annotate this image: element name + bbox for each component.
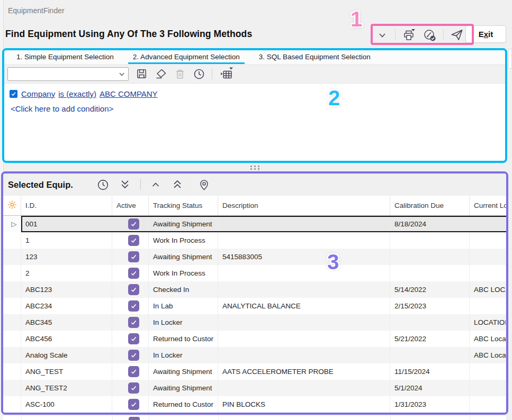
table-row[interactable]: 1Work In Process xyxy=(3,232,506,249)
column-header-active[interactable]: Active xyxy=(112,196,149,215)
cell-id[interactable]: 001 xyxy=(21,216,112,232)
cell-current-location[interactable] xyxy=(470,396,506,413)
send-icon[interactable] xyxy=(450,28,464,42)
saved-criteria-combobox[interactable] xyxy=(7,67,129,81)
cell-current-location[interactable]: LOCATION xyxy=(470,314,506,331)
column-header-calibration-due[interactable]: Calibration Due xyxy=(390,196,470,215)
cell-description[interactable] xyxy=(218,281,390,298)
eraser-icon[interactable] xyxy=(155,68,167,80)
cell-active[interactable] xyxy=(112,363,149,380)
row-selector-cell[interactable] xyxy=(3,396,21,413)
cell-description[interactable] xyxy=(218,347,390,363)
print-icon[interactable] xyxy=(402,28,416,42)
cell-calibration-due[interactable]: 5/14/2022 xyxy=(390,281,470,298)
cell-calibration-due[interactable]: 5/1/2024 xyxy=(390,380,470,396)
cell-active[interactable] xyxy=(112,281,149,298)
column-header-tracking-status[interactable]: Tracking Status xyxy=(149,196,218,215)
cell-description[interactable] xyxy=(218,331,390,347)
row-selector-cell[interactable] xyxy=(3,298,21,314)
table-row[interactable]: ANG_TESTAwaiting ShipmentAATS ACCELEROME… xyxy=(3,363,506,380)
active-checkbox[interactable] xyxy=(128,251,139,262)
table-row[interactable]: ▷001Awaiting Shipment8/18/2024 xyxy=(3,216,506,232)
active-checkbox[interactable] xyxy=(128,350,139,361)
active-checkbox[interactable] xyxy=(128,300,139,312)
cell-current-location[interactable] xyxy=(470,232,506,249)
cell-tracking-status[interactable]: In Locker xyxy=(149,347,218,363)
cell-current-location[interactable] xyxy=(470,380,506,396)
cell-current-location[interactable]: ABC Locati xyxy=(470,347,506,363)
cell-tracking-status[interactable]: Awaiting Shipment xyxy=(149,249,218,265)
column-header-description[interactable]: Description xyxy=(218,196,390,215)
table-row[interactable]: ASC-100Returned to CustorPIN BLOCKS1/31/… xyxy=(3,396,506,413)
tab-sql-based-equipment-selection[interactable]: 3. SQL Based Equipment Selection xyxy=(254,50,375,64)
cell-tracking-status[interactable]: Checked In xyxy=(149,281,218,298)
active-checkbox[interactable] xyxy=(128,218,139,230)
row-selector-cell[interactable] xyxy=(3,331,21,347)
cell-tracking-status[interactable]: Awaiting Shipment xyxy=(149,363,218,380)
cell-tracking-status[interactable]: Returned to Custor xyxy=(149,396,218,413)
cell-id[interactable]: ANG_TEST2 xyxy=(21,380,112,396)
active-checkbox[interactable] xyxy=(128,268,139,279)
table-row[interactable]: 123Awaiting Shipment5415883005 xyxy=(3,249,506,265)
cell-calibration-due[interactable] xyxy=(390,265,470,281)
cell-id[interactable]: 1 xyxy=(21,232,112,249)
cell-description[interactable]: PIN BLOCKS xyxy=(218,396,390,413)
active-checkbox[interactable] xyxy=(128,235,139,246)
cell-calibration-due[interactable] xyxy=(390,249,470,265)
active-checkbox[interactable] xyxy=(128,399,139,410)
cell-id[interactable]: ABC456 xyxy=(21,331,112,347)
cell-description[interactable]: ANALYTICAL BALANCE xyxy=(218,298,390,314)
cell-tracking-status[interactable]: Awaiting Shipment xyxy=(149,216,218,232)
cell-id[interactable]: ABC234 xyxy=(21,298,112,314)
cell-id[interactable]: ABC123 xyxy=(21,281,112,298)
active-checkbox[interactable] xyxy=(128,284,139,295)
cell-tracking-status[interactable]: In Lab xyxy=(149,298,218,314)
table-row[interactable]: Analog ScaleIn LockerABC Locati xyxy=(3,347,506,363)
history-clock-icon[interactable] xyxy=(193,68,205,80)
cell-calibration-due[interactable] xyxy=(390,232,470,249)
column-header-current-location[interactable]: Current Loc xyxy=(470,196,506,215)
condition-field-link[interactable]: Company xyxy=(21,89,55,98)
cell-description[interactable]: AATS ACCELEROMETER PROBE xyxy=(218,363,390,380)
cell-id[interactable]: 123 xyxy=(21,249,112,265)
cell-id[interactable]: ASC-100 xyxy=(21,396,112,413)
cell-description[interactable] xyxy=(218,232,390,249)
cell-description[interactable]: 5415883005 xyxy=(218,249,390,265)
cell-tracking-status[interactable]: Returned to Custor xyxy=(149,331,218,347)
chevron-down-icon[interactable] xyxy=(376,29,389,41)
cell-current-location[interactable] xyxy=(470,363,506,380)
active-checkbox[interactable] xyxy=(128,366,139,377)
row-selector-cell[interactable] xyxy=(3,314,21,331)
table-row[interactable]: ABC456Returned to Custor5/21/2022ABC Loc… xyxy=(3,331,506,347)
table-row[interactable]: ABC345In LockerLOCATION xyxy=(3,314,506,331)
cell-calibration-due[interactable]: 11/15/2024 xyxy=(390,363,470,380)
cell-active[interactable] xyxy=(112,347,149,363)
cell-id[interactable]: ANG_TEST xyxy=(21,363,112,380)
cell-active[interactable] xyxy=(112,232,149,249)
chevron-down-icon[interactable] xyxy=(118,70,126,80)
cell-current-location[interactable]: ABC Locati xyxy=(470,331,506,347)
active-checkbox[interactable] xyxy=(128,333,139,344)
cell-description[interactable] xyxy=(218,265,390,281)
panel-splitter[interactable] xyxy=(2,163,507,171)
table-row[interactable]: ABC123Checked In5/14/2022ABC LOCA xyxy=(3,281,506,298)
cell-active[interactable] xyxy=(112,249,149,265)
chevron-up-icon[interactable] xyxy=(149,178,162,191)
cell-active[interactable] xyxy=(112,265,149,281)
cell-id[interactable]: Analog Scale xyxy=(21,347,112,363)
row-selector-cell[interactable] xyxy=(3,347,21,363)
print-preview-check-icon[interactable] xyxy=(423,28,437,42)
cell-calibration-due[interactable]: 5/21/2022 xyxy=(390,331,470,347)
cell-id[interactable]: 2 xyxy=(21,265,112,281)
location-pin-icon[interactable] xyxy=(198,179,210,191)
cell-active[interactable] xyxy=(112,380,149,396)
clock-icon[interactable] xyxy=(96,178,110,191)
grid-options-icon[interactable] xyxy=(219,67,233,81)
cell-calibration-due[interactable]: 1/31/2023 xyxy=(390,396,470,413)
cell-calibration-due[interactable] xyxy=(390,314,470,331)
add-condition-link[interactable]: <Click here to add condition> xyxy=(11,104,505,113)
row-selector-cell[interactable] xyxy=(3,281,21,298)
table-row[interactable]: ABC234In LabANALYTICAL BALANCE2/15/2023 xyxy=(3,298,506,314)
cell-tracking-status[interactable]: Awaiting Shipment xyxy=(149,380,218,396)
row-selector-cell[interactable] xyxy=(3,232,21,249)
